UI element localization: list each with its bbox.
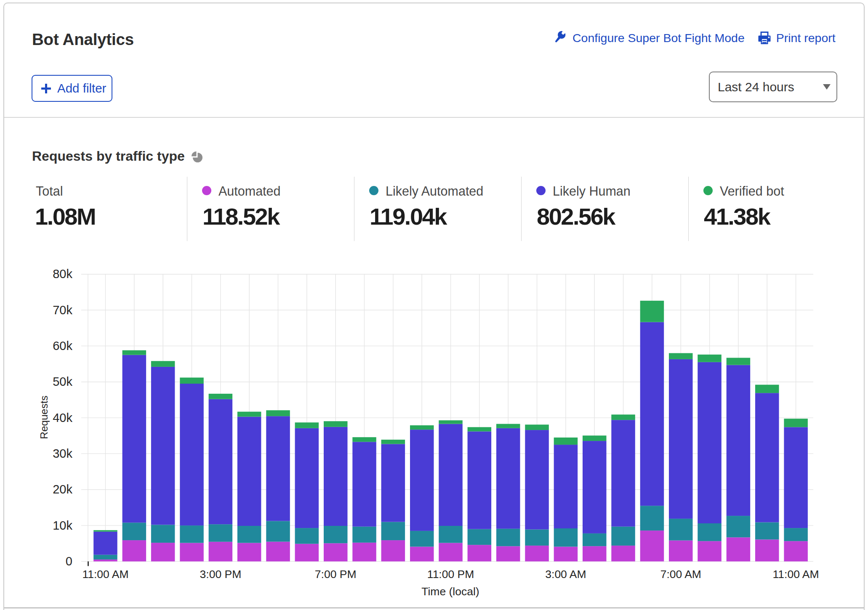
svg-text:3:00 AM: 3:00 AM (545, 568, 586, 581)
svg-text:11:00 PM: 11:00 PM (427, 568, 474, 581)
svg-text:7:00 AM: 7:00 AM (660, 568, 701, 581)
svg-text:3:00 PM: 3:00 PM (200, 568, 242, 581)
svg-text:70k: 70k (53, 303, 72, 317)
svg-text:7:00 PM: 7:00 PM (315, 568, 357, 581)
svg-text:20k: 20k (53, 483, 72, 496)
svg-text:Time (local): Time (local) (421, 585, 479, 598)
svg-text:60k: 60k (53, 339, 72, 353)
svg-text:11:00 AM: 11:00 AM (83, 568, 129, 581)
svg-text:Requests: Requests (38, 395, 50, 439)
svg-text:40k: 40k (53, 411, 72, 424)
svg-text:80k: 80k (53, 267, 72, 281)
svg-text:30k: 30k (53, 447, 72, 460)
svg-text:11:00 AM: 11:00 AM (773, 568, 819, 581)
svg-text:0: 0 (66, 554, 72, 568)
svg-text:50k: 50k (53, 375, 72, 388)
svg-text:10k: 10k (53, 519, 72, 532)
